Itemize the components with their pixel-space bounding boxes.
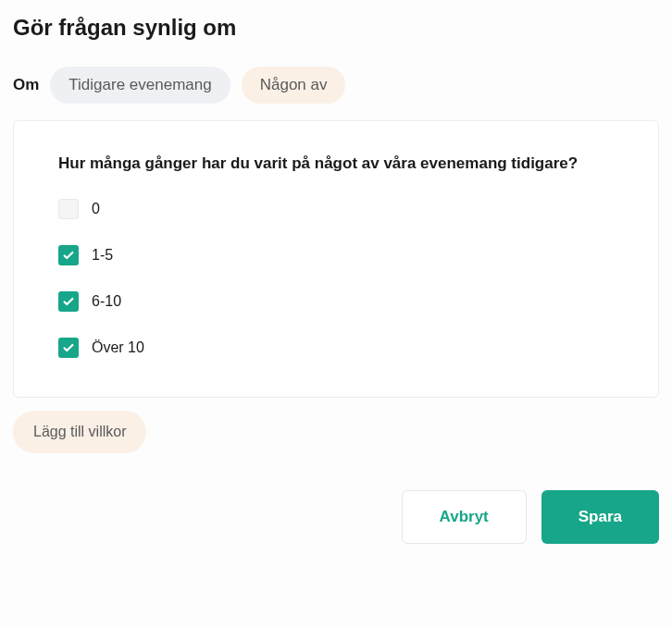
cancel-button[interactable]: Avbryt bbox=[402, 490, 527, 544]
condition-field-selector[interactable]: Tidigare evenemang bbox=[50, 67, 230, 104]
question-text: Hur många gånger har du varit på något a… bbox=[58, 154, 614, 173]
condition-row: Om Tidigare evenemang Någon av bbox=[13, 67, 659, 104]
option-row: Över 10 bbox=[58, 338, 614, 358]
page-title: Gör frågan synlig om bbox=[13, 15, 659, 41]
footer-actions: Avbryt Spara bbox=[13, 490, 659, 544]
condition-prefix: Om bbox=[13, 76, 39, 94]
option-row: 1-5 bbox=[58, 245, 614, 265]
option-row: 6-10 bbox=[58, 291, 614, 312]
condition-operator-selector[interactable]: Någon av bbox=[242, 67, 346, 104]
option-checkbox[interactable] bbox=[58, 338, 79, 358]
option-label: 1-5 bbox=[92, 247, 113, 264]
option-label: 0 bbox=[92, 201, 100, 217]
option-label: Över 10 bbox=[92, 339, 144, 356]
option-label: 6-10 bbox=[92, 293, 121, 310]
option-row: 0 bbox=[58, 199, 614, 219]
option-checkbox[interactable] bbox=[58, 245, 79, 265]
question-card: Hur många gånger har du varit på något a… bbox=[13, 120, 659, 398]
add-condition-button[interactable]: Lägg till villkor bbox=[13, 411, 146, 453]
option-checkbox[interactable] bbox=[58, 199, 79, 219]
option-checkbox[interactable] bbox=[58, 291, 79, 312]
save-button[interactable]: Spara bbox=[541, 490, 659, 544]
